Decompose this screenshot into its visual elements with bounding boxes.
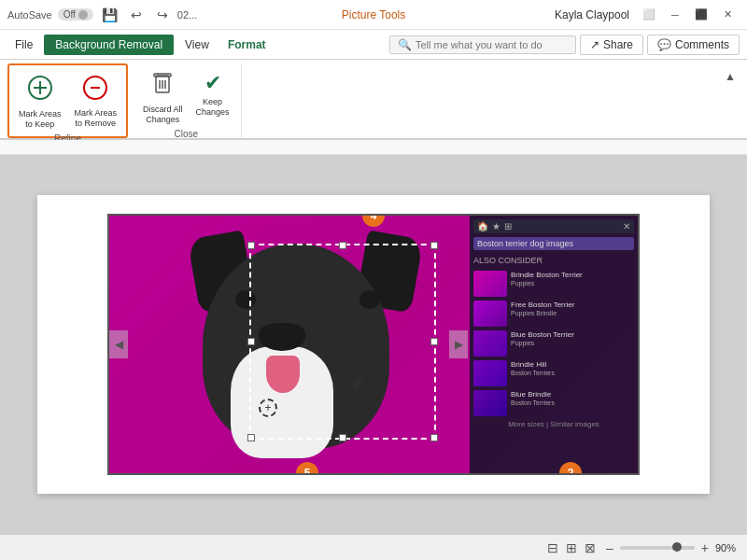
- zoom-slider[interactable]: [620, 546, 695, 550]
- selection-handle-bc[interactable]: [339, 434, 346, 441]
- panel-star-icon[interactable]: ★: [492, 221, 500, 231]
- menu-format[interactable]: Format: [220, 35, 274, 55]
- panel-item-subtitle-4: Boston Terriers: [511, 399, 555, 406]
- selection-handle-bl[interactable]: [247, 434, 255, 441]
- selection-handle-ml[interactable]: [247, 338, 255, 345]
- autosave-label: AutoSave: [7, 9, 52, 21]
- panel-thumb-1: [473, 301, 507, 327]
- panel-more[interactable]: More sizes | Similar images: [473, 420, 634, 428]
- selection-handle-br[interactable]: [430, 434, 438, 441]
- panel-item-subtitle-3: Boston Terriers: [511, 370, 555, 376]
- comments-label: Comments: [675, 38, 729, 51]
- panel-item-text-3: Brindle Hill Boston Terriers: [511, 360, 555, 386]
- zoom-plus-btn[interactable]: +: [698, 540, 712, 555]
- menu-file[interactable]: File: [7, 35, 40, 55]
- keep-changes-icon: ✔: [204, 71, 221, 95]
- right-panel: 🏠 ★ ⊞ ✕ Boston terrier dog images ALSO C…: [470, 216, 638, 473]
- keep-changes-button[interactable]: ✔ KeepChanges: [190, 67, 235, 121]
- panel-item-title-1: Free Boston Terrier: [511, 301, 574, 310]
- mark-keep-button[interactable]: Mark Areasto Keep: [13, 71, 67, 133]
- panel-item-title-4: Blue Brindle: [511, 390, 555, 399]
- panel-item-4[interactable]: Blue Brindle Boston Terriers: [473, 390, 634, 416]
- close-buttons: Discard AllChanges ✔ KeepChanges: [137, 63, 235, 129]
- mark-keep-icon: [27, 75, 53, 107]
- discard-changes-button[interactable]: Discard AllChanges: [137, 67, 189, 129]
- search-box[interactable]: 🔍: [389, 35, 576, 54]
- panel-thumb-0: [473, 271, 507, 297]
- comments-button[interactable]: 💬 Comments: [647, 35, 740, 55]
- draw-cursor: +: [259, 399, 277, 417]
- panel-item-title-3: Brindle Hill: [511, 360, 555, 370]
- panel-search-bar[interactable]: Boston terrier dog images: [473, 237, 634, 250]
- panel-item-title-2: Blue Boston Terrier: [511, 330, 574, 340]
- focus-icon[interactable]: ⊠: [585, 540, 596, 555]
- share-icon: ↗: [590, 38, 599, 51]
- panel-item-2[interactable]: Blue Boston Terrier Puppies: [473, 330, 634, 357]
- minimize-btn[interactable]: ─: [663, 6, 687, 24]
- panel-item-subtitle-2: Puppies: [511, 340, 574, 346]
- search-input[interactable]: [416, 39, 556, 50]
- menu-bar: File Background Removal View Format 🔍 ↗ …: [0, 30, 747, 60]
- window-controls: ⬜ ─ ⬛ ✕: [637, 6, 740, 24]
- selection-handle-tl[interactable]: [247, 242, 255, 249]
- refine-buttons: Mark Areasto Keep Mark Areasto Remove: [13, 67, 122, 133]
- selection-handle-tc[interactable]: [339, 242, 346, 249]
- panel-item-3[interactable]: Brindle Hill Boston Terriers: [473, 360, 634, 386]
- autosave-state: Off: [63, 9, 76, 20]
- selection-rectangle[interactable]: [249, 244, 436, 440]
- view-icon[interactable]: ⊞: [566, 540, 577, 555]
- layout-icon[interactable]: ⊟: [547, 540, 558, 555]
- status-bar: ⊟ ⊞ ⊠ – + 90%: [0, 534, 747, 560]
- panel-thumb-3: [473, 360, 507, 386]
- share-button[interactable]: ↗ Share: [580, 35, 643, 55]
- nav-arrow-right[interactable]: ▶: [449, 330, 468, 358]
- panel-item-title-0: Brindle Boston Terrier: [511, 271, 583, 280]
- ribbon-collapse-button[interactable]: ▲: [721, 67, 740, 86]
- ribbon: Mark Areasto Keep Mark Areasto Remove Re…: [0, 60, 747, 140]
- panel-item-0[interactable]: Brindle Boston Terrier Puppies: [473, 271, 634, 297]
- toggle-dot: [78, 10, 88, 20]
- panel-item-text-4: Blue Brindle Boston Terriers: [511, 390, 555, 416]
- close-btn[interactable]: ✕: [715, 6, 740, 24]
- mark-remove-icon: [82, 75, 108, 106]
- selection-handle-mr[interactable]: [430, 338, 438, 345]
- image-container[interactable]: ✏ + ◀ ▶ 🏠 ★ ⊞ ✕ Boston terrier dog image…: [107, 214, 640, 475]
- zoom-minus-btn[interactable]: –: [603, 540, 616, 555]
- panel-grid-icon[interactable]: ⊞: [504, 221, 512, 231]
- menu-bg-removal[interactable]: Background Removal: [44, 35, 174, 55]
- ruler: [0, 140, 747, 155]
- title-icons: 💾 ↩ ↪ 02...: [99, 6, 197, 24]
- mark-remove-button[interactable]: Mark Areasto Remove: [69, 71, 123, 133]
- document-name: 02...: [177, 9, 197, 21]
- maximize-btn[interactable]: ⬛: [689, 6, 713, 24]
- selection-handle-tr[interactable]: [430, 242, 438, 249]
- panel-header: 🏠 ★ ⊞ ✕: [473, 219, 634, 233]
- autosave-toggle[interactable]: Off: [58, 8, 93, 21]
- panel-item-text-1: Free Boston Terrier Puppies Brindle: [511, 301, 574, 327]
- zoom-control: – + 90%: [603, 540, 736, 555]
- menu-view[interactable]: View: [177, 35, 217, 55]
- close-group: Discard AllChanges ✔ KeepChanges Close: [132, 63, 242, 138]
- nav-arrow-left[interactable]: ◀: [109, 330, 128, 358]
- panel-home-icon[interactable]: 🏠: [477, 221, 488, 231]
- zoom-thumb: [672, 542, 682, 552]
- panel-also-consider: ALSO CONSIDER: [473, 254, 634, 267]
- restore-down-btn[interactable]: ⬜: [637, 6, 661, 24]
- panel-close-button[interactable]: ✕: [623, 221, 630, 231]
- search-icon: 🔍: [398, 38, 412, 51]
- main-content: ✏ + ◀ ▶ 🏠 ★ ⊞ ✕ Boston terrier dog image…: [0, 155, 747, 534]
- panel-item-text-2: Blue Boston Terrier Puppies: [511, 330, 574, 357]
- title-bar-right: Kayla Claypool ⬜ ─ ⬛ ✕: [555, 6, 740, 24]
- panel-item-1[interactable]: Free Boston Terrier Puppies Brindle: [473, 301, 634, 327]
- panel-header-icons: 🏠 ★ ⊞: [477, 221, 512, 231]
- undo-icon[interactable]: ↩: [125, 6, 148, 24]
- save-icon[interactable]: 💾: [99, 6, 121, 24]
- comments-icon: 💬: [657, 38, 671, 51]
- title-bar-left: AutoSave Off 💾 ↩ ↪ 02...: [7, 6, 197, 24]
- panel-item-subtitle-1: Puppies Brindle: [511, 310, 574, 316]
- panel-item-text-0: Brindle Boston Terrier Puppies: [511, 271, 583, 297]
- redo-icon[interactable]: ↪: [151, 6, 174, 24]
- title-bar: AutoSave Off 💾 ↩ ↪ 02... Picture Tools K…: [0, 0, 747, 30]
- tool-name: Picture Tools: [342, 8, 405, 21]
- zoom-percent: 90%: [715, 542, 736, 553]
